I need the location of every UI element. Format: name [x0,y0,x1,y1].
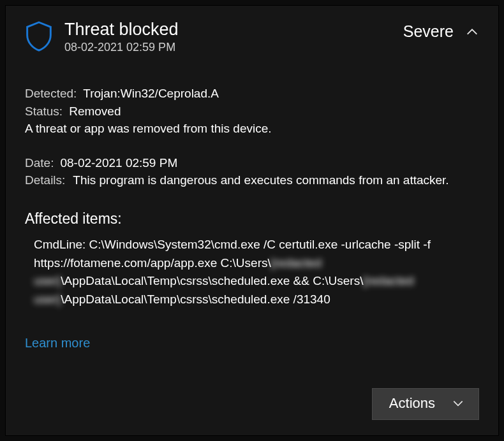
cmd-segment: \AppData\Local\Temp\csrss\scheduled.exe … [61,274,363,287]
status-row: Status: Removed [25,103,479,120]
details-row: Details: This program is dangerous and e… [25,171,479,189]
panel-footer: Actions [25,388,479,420]
learn-more-link[interactable]: Learn more [25,334,90,352]
severity-toggle[interactable]: Severe [403,22,479,41]
date-value: 08-02-2021 02:59 PM [60,154,177,172]
affected-cmdline: CmdLine: C:\Windows\System32\cmd.exe /C … [25,236,442,308]
panel-body: Detected: Trojan:Win32/Ceprolad.A Status… [25,85,479,379]
header-left: Threat blocked 08-02-2021 02:59 PM [25,20,179,54]
panel-header: Threat blocked 08-02-2021 02:59 PM Sever… [25,20,479,54]
title-block: Threat blocked 08-02-2021 02:59 PM [64,20,179,54]
actions-button[interactable]: Actions [372,388,479,420]
chevron-down-icon [452,397,464,410]
detected-value: Trojan:Win32/Ceprolad.A [83,85,219,103]
threat-title: Threat blocked [64,20,179,40]
date-row: Date: 08-02-2021 02:59 PM [25,154,479,172]
shield-icon [25,21,53,52]
cmd-segment: CmdLine: C:\Windows\System32\cmd.exe /C … [34,238,431,270]
chevron-up-icon [465,25,479,39]
status-value: Removed [69,103,121,120]
details-label: Details: [25,171,65,189]
status-label: Status: [25,103,63,120]
date-details-block: Date: 08-02-2021 02:59 PM Details: This … [25,154,479,189]
actions-label: Actions [389,395,435,412]
detected-label: Detected: [25,85,77,103]
detected-row: Detected: Trojan:Win32/Ceprolad.A [25,85,479,103]
severity-label: Severe [403,22,454,41]
summary-text: A threat or app was removed from this de… [25,120,479,138]
threat-timestamp: 08-02-2021 02:59 PM [64,41,179,54]
cmd-segment: \AppData\Local\Temp\csrss\scheduled.exe … [61,293,330,306]
date-label: Date: [25,154,54,172]
details-value: This program is dangerous and executes c… [73,171,448,189]
threat-panel: Threat blocked 08-02-2021 02:59 PM Sever… [5,5,499,436]
affected-heading: Affected items: [25,208,479,229]
